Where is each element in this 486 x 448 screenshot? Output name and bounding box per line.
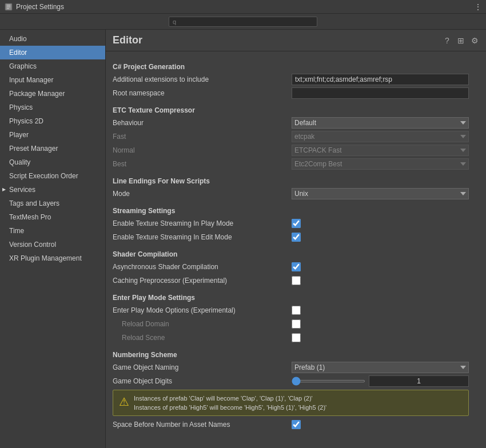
async-shader-checkbox[interactable] bbox=[292, 262, 301, 271]
section-etc-title: ETC Texture Compressor bbox=[113, 106, 469, 114]
additional-extensions-label: Additional extensions to include bbox=[113, 75, 292, 83]
sidebar-item-audio[interactable]: Audio bbox=[0, 32, 105, 46]
caching-preprocessor-control bbox=[292, 276, 469, 285]
game-object-naming-control: Prefab (1) Prefab(1) Prefab_1 bbox=[292, 362, 469, 373]
play-mode-options-control bbox=[292, 306, 469, 315]
root-namespace-input[interactable] bbox=[292, 87, 469, 99]
normal-control: ETCPACK Fast bbox=[292, 145, 469, 156]
sidebar-item-textmesh-pro[interactable]: TextMesh Pro bbox=[0, 210, 105, 224]
title-bar-menu-icon[interactable]: ⋮ bbox=[475, 3, 481, 11]
section-csharp-title: C# Project Generation bbox=[113, 63, 469, 71]
sidebar-item-label: Audio bbox=[9, 34, 27, 44]
reload-domain-control bbox=[292, 319, 469, 329]
play-mode-options-label: Enter Play Mode Options (Experimental) bbox=[113, 306, 292, 314]
sidebar-item-time[interactable]: Time bbox=[0, 224, 105, 238]
reload-scene-checkbox[interactable] bbox=[292, 333, 301, 342]
async-shader-label: Asynchronous Shader Compilation bbox=[113, 263, 292, 271]
row-async-shader: Asynchronous Shader Compilation bbox=[113, 261, 469, 273]
row-mode: Mode Unix Windows OS Native bbox=[113, 187, 469, 200]
async-shader-control bbox=[292, 262, 469, 271]
sidebar: AudioEditorGraphicsInput ManagerPackage … bbox=[0, 30, 106, 448]
reload-scene-control bbox=[292, 333, 469, 342]
row-reload-domain: Reload Domain bbox=[113, 318, 469, 330]
behaviour-control: Default Fast Normal Best bbox=[292, 117, 469, 129]
sidebar-item-quality[interactable]: Quality bbox=[0, 155, 105, 169]
row-edit-mode-streaming: Enable Texture Streaming In Edit Mode bbox=[113, 231, 469, 243]
content-area: Editor ? ⊞ ⚙ C# Project Generation Addit… bbox=[106, 30, 486, 448]
sidebar-item-label: Services bbox=[9, 185, 35, 195]
additional-extensions-input[interactable] bbox=[292, 74, 469, 85]
row-root-namespace: Root namespace bbox=[113, 87, 469, 99]
sidebar-item-label: Tags and Layers bbox=[9, 198, 59, 209]
best-label: Best bbox=[113, 160, 292, 168]
section-streaming-title: Streaming Settings bbox=[113, 207, 469, 215]
search-input[interactable] bbox=[169, 17, 317, 27]
digits-value-input[interactable] bbox=[369, 375, 469, 387]
sidebar-item-label: Graphics bbox=[9, 61, 37, 71]
sidebar-item-version-control[interactable]: Version Control bbox=[0, 238, 105, 251]
title-bar-label: Project Settings bbox=[16, 3, 64, 11]
row-best: Best Etc2Comp Best bbox=[113, 158, 469, 170]
caching-preprocessor-checkbox[interactable] bbox=[292, 276, 301, 285]
reload-domain-checkbox[interactable] bbox=[292, 319, 301, 329]
sidebar-item-physics[interactable]: Physics bbox=[0, 101, 105, 114]
sidebar-item-physics-2d[interactable]: Physics 2D bbox=[0, 114, 105, 128]
game-object-digits-control bbox=[292, 375, 469, 387]
fast-select[interactable]: etcpak bbox=[292, 131, 469, 142]
sidebar-item-input-manager[interactable]: Input Manager bbox=[0, 73, 105, 87]
warning-line1: Instances of prefab 'Clap' will become '… bbox=[134, 394, 326, 403]
caching-preprocessor-label: Caching Preprocessor (Experimental) bbox=[113, 277, 292, 285]
sidebar-item-tags-and-layers[interactable]: Tags and Layers bbox=[0, 197, 105, 210]
sidebar-item-label: Physics bbox=[9, 102, 33, 113]
sidebar-item-label: Quality bbox=[9, 157, 30, 167]
sidebar-item-services[interactable]: Services bbox=[0, 183, 105, 197]
section-shader-title: Shader Compilation bbox=[113, 250, 469, 258]
sidebar-item-editor[interactable]: Editor bbox=[0, 46, 105, 59]
warning-line2: Instances of prefab 'High5' will become … bbox=[134, 403, 326, 412]
sidebar-item-player[interactable]: Player bbox=[0, 128, 105, 142]
play-mode-options-checkbox[interactable] bbox=[292, 306, 301, 315]
sidebar-item-script-execution-order[interactable]: Script Execution Order bbox=[0, 169, 105, 183]
layout-icon[interactable]: ⊞ bbox=[456, 36, 465, 45]
project-settings-icon bbox=[5, 3, 13, 11]
digits-slider[interactable] bbox=[292, 380, 365, 382]
content-header: Editor ? ⊞ ⚙ bbox=[106, 30, 486, 51]
play-mode-streaming-checkbox[interactable] bbox=[292, 219, 301, 228]
sidebar-item-package-manager[interactable]: Package Manager bbox=[0, 87, 105, 101]
row-normal: Normal ETCPACK Fast bbox=[113, 144, 469, 157]
row-caching-preprocessor: Caching Preprocessor (Experimental) bbox=[113, 274, 469, 287]
edit-mode-streaming-label: Enable Texture Streaming In Edit Mode bbox=[113, 233, 292, 241]
sidebar-item-preset-manager[interactable]: Preset Manager bbox=[0, 142, 105, 155]
settings-icon[interactable]: ⚙ bbox=[470, 36, 479, 45]
sidebar-item-graphics[interactable]: Graphics bbox=[0, 59, 105, 73]
space-before-number-label: Space Before Number in Asset Names bbox=[113, 421, 292, 429]
main-layout: AudioEditorGraphicsInput ManagerPackage … bbox=[0, 30, 486, 448]
warning-icon: ⚠ bbox=[119, 395, 129, 409]
edit-mode-streaming-checkbox[interactable] bbox=[292, 233, 301, 242]
warning-box: ⚠ Instances of prefab 'Clap' will become… bbox=[113, 390, 469, 416]
game-object-digits-label: Game Object Digits bbox=[113, 377, 292, 385]
space-before-number-control bbox=[292, 420, 469, 429]
behaviour-label: Behaviour bbox=[113, 119, 292, 127]
sidebar-item-label: Editor bbox=[9, 47, 27, 58]
sidebar-item-xr-plugin-management[interactable]: XR Plugin Management bbox=[0, 251, 105, 265]
normal-select[interactable]: ETCPACK Fast bbox=[292, 145, 469, 156]
edit-mode-streaming-control bbox=[292, 233, 469, 242]
settings-content: C# Project Generation Additional extensi… bbox=[106, 51, 486, 437]
normal-label: Normal bbox=[113, 146, 292, 154]
row-reload-scene: Reload Scene bbox=[113, 331, 469, 344]
best-select[interactable]: Etc2Comp Best bbox=[292, 158, 469, 170]
behaviour-select[interactable]: Default Fast Normal Best bbox=[292, 117, 469, 129]
mode-select[interactable]: Unix Windows OS Native bbox=[292, 188, 469, 199]
reload-scene-label: Reload Scene bbox=[113, 334, 292, 342]
space-before-number-checkbox[interactable] bbox=[292, 420, 301, 429]
game-object-naming-select[interactable]: Prefab (1) Prefab(1) Prefab_1 bbox=[292, 362, 469, 373]
row-additional-extensions: Additional extensions to include bbox=[113, 73, 469, 86]
sidebar-item-label: Version Control bbox=[9, 239, 56, 250]
row-play-mode-streaming: Enable Texture Streaming In Play Mode bbox=[113, 217, 469, 230]
section-play-mode-title: Enter Play Mode Settings bbox=[113, 294, 469, 302]
root-namespace-label: Root namespace bbox=[113, 89, 292, 97]
help-icon[interactable]: ? bbox=[443, 36, 452, 45]
sidebar-item-label: Package Manager bbox=[9, 89, 65, 99]
row-game-object-naming: Game Object Naming Prefab (1) Prefab(1) … bbox=[113, 361, 469, 374]
